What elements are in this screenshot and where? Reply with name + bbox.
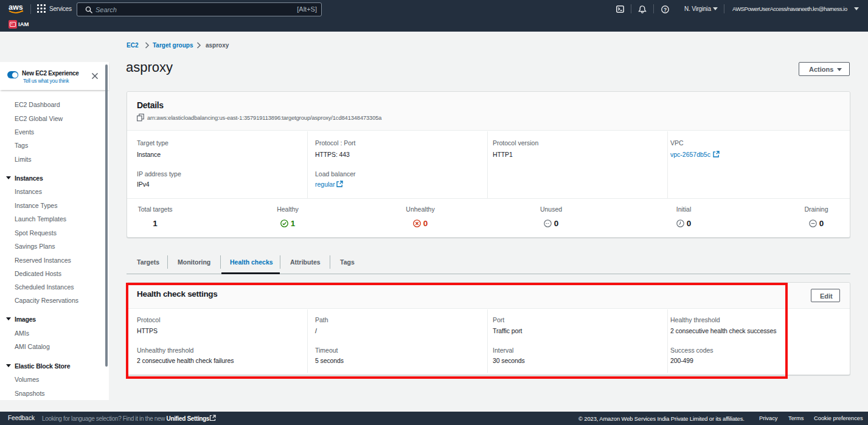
svg-text:?: ? xyxy=(664,7,667,13)
svg-text:aws: aws xyxy=(9,3,23,12)
